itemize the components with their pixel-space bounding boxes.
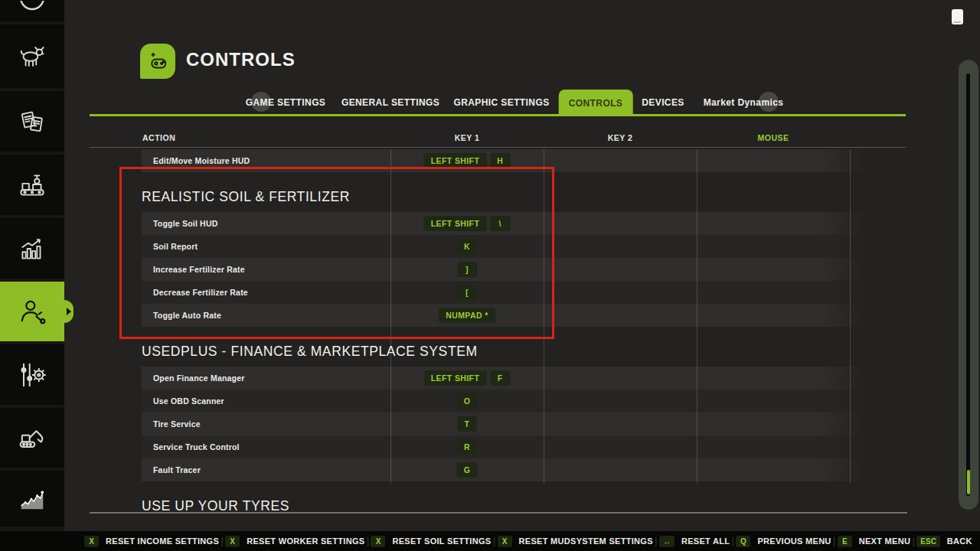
action-label: Fault Tracer — [153, 458, 201, 481]
section-underline — [90, 512, 907, 514]
key-badge[interactable]: LEFT SHIFT — [424, 216, 487, 231]
sidebar-item-player-settings[interactable] — [0, 282, 64, 341]
tab-general-settings[interactable]: GENERAL SETTINGS — [332, 90, 449, 116]
column-header-action: ACTION — [142, 133, 175, 142]
scrollbar-thumb[interactable] — [967, 470, 970, 494]
tab-graphic-settings[interactable]: GRAPHIC SETTINGS — [443, 90, 559, 116]
action-label: Soil Report — [153, 235, 198, 258]
key1-binding: T — [457, 416, 477, 432]
bottom-action-reset-soil-settings[interactable]: XRESET SOIL SETTINGS — [371, 536, 491, 547]
action-label: Use OBD Scanner — [153, 390, 224, 412]
keybind-row[interactable]: Edit/Move Moisture HUDLEFT SHIFTH — [142, 149, 869, 172]
bottom-action-next-menu[interactable]: ENEXT MENU — [838, 536, 910, 547]
sidebar-item-statistics[interactable] — [0, 218, 64, 279]
bottom-action-reset-mudsystem-settings[interactable]: XRESET MUDSYSTEM SETTINGS — [498, 536, 653, 547]
bottom-action-reset-all[interactable]: ↔RESET ALL — [659, 536, 730, 547]
key-badge[interactable]: R — [457, 439, 477, 455]
device-icon — [952, 9, 963, 24]
area-chart-icon — [14, 482, 51, 516]
key-hint-badge: ↔ — [659, 536, 675, 547]
key-badge[interactable]: T — [457, 416, 477, 432]
keybind-row[interactable]: Toggle Soil HUDLEFT SHIFT\ — [142, 212, 869, 235]
key-badge[interactable]: G — [457, 462, 478, 478]
sidebar-item-construction[interactable] — [0, 408, 64, 468]
keybind-row[interactable]: Soil ReportK — [142, 235, 869, 258]
keybind-row[interactable]: Fault TracerG — [142, 458, 869, 481]
action-label: Open Finance Manager — [153, 367, 245, 390]
separator: | — [833, 536, 835, 546]
bottom-action-label: RESET WORKER SETTINGS — [247, 536, 364, 546]
separator: | — [732, 536, 734, 546]
sidebar — [0, 0, 64, 551]
sidebar-item-clock[interactable] — [0, 0, 64, 21]
key1-binding: ] — [457, 262, 477, 277]
sidebar-item-animals[interactable] — [0, 24, 64, 88]
sidebar-item-contracts[interactable] — [0, 91, 64, 152]
header-divider — [90, 147, 906, 148]
key-badge[interactable]: K — [457, 239, 477, 254]
key-badge[interactable]: LEFT SHIFT — [424, 153, 487, 168]
action-label: Edit/Move Moisture HUD — [153, 149, 250, 172]
bar-chart-icon — [15, 233, 49, 265]
key-badge[interactable]: O — [457, 393, 478, 409]
bottom-action-back[interactable]: ESCBACK — [916, 536, 972, 547]
keybind-row[interactable]: Use OBD ScannerO — [142, 390, 869, 412]
bottom-action-bar: XRESET INCOME SETTINGS|XRESET WORKER SET… — [0, 531, 980, 551]
action-label: Increase Fertilizer Rate — [153, 258, 245, 281]
key-badge[interactable]: LEFT SHIFT — [424, 370, 487, 386]
keybind-row[interactable]: Tire ServiceT — [142, 412, 869, 435]
sidebar-item-finances[interactable] — [0, 471, 64, 527]
tab-controls[interactable]: CONTROLS — [559, 90, 633, 116]
bottom-action-label: PREVIOUS MENU — [757, 536, 831, 546]
scrollbar-track[interactable] — [966, 73, 970, 496]
key-hint-badge: X — [225, 536, 240, 547]
key1-binding: R — [457, 439, 477, 455]
column-header-key2: KEY 2 — [608, 133, 633, 142]
key-badge[interactable]: [ — [457, 285, 477, 300]
bottom-action-reset-income-settings[interactable]: XRESET INCOME SETTINGS — [84, 536, 219, 547]
tab-game-settings[interactable]: GAME SETTINGS — [236, 90, 336, 116]
tab-market-dynamics[interactable]: Market Dynamics — [694, 90, 794, 116]
sidebar-item-production[interactable] — [0, 155, 64, 215]
column-header-mouse: MOUSE — [757, 133, 789, 142]
key1-binding: LEFT SHIFTF — [424, 370, 511, 386]
keybind-row[interactable]: Toggle Auto RateNUMPAD * — [142, 304, 869, 327]
key1-binding: LEFT SHIFT\ — [424, 216, 511, 231]
separator: | — [493, 536, 495, 546]
keybind-row[interactable]: Increase Fertilizer Rate] — [142, 258, 869, 281]
key-hint-badge: X — [84, 536, 99, 547]
keybind-row[interactable]: Service Truck ControlR — [142, 435, 869, 458]
key-badge[interactable]: \ — [490, 216, 510, 231]
key-hint-badge: ESC — [916, 536, 940, 547]
controls-settings-screen: CONTROLS GAME SETTINGSGENERAL SETTINGSGR… — [0, 0, 980, 551]
key-hint-badge: Q — [736, 536, 750, 547]
bottom-action-previous-menu[interactable]: QPREVIOUS MENU — [736, 536, 831, 547]
bottom-action-reset-worker-settings[interactable]: XRESET WORKER SETTINGS — [225, 536, 364, 547]
key-badge[interactable]: ] — [457, 262, 477, 277]
separator: | — [655, 536, 657, 546]
action-label: Service Truck Control — [153, 435, 240, 458]
bottom-action-label: BACK — [947, 536, 972, 546]
key-hint-badge: X — [371, 536, 385, 547]
key1-binding: LEFT SHIFTH — [424, 153, 511, 168]
action-label: Toggle Auto Rate — [153, 304, 221, 327]
key-badge[interactable]: F — [490, 370, 510, 386]
key-badge[interactable]: H — [490, 153, 510, 168]
keybind-row[interactable]: Open Finance ManagerLEFT SHIFTF — [142, 367, 869, 390]
action-label: Decrease Fertilizer Rate — [153, 281, 248, 304]
section-heading-underlined: USE UP YOUR TYRES — [142, 491, 869, 521]
tuning-icon — [15, 358, 50, 392]
sidebar-item-tuning[interactable] — [0, 344, 64, 405]
tab-devices[interactable]: DEVICES — [632, 90, 694, 116]
key-hint-badge: E — [838, 536, 852, 547]
bottom-action-label: RESET INCOME SETTINGS — [106, 536, 219, 546]
key1-binding: G — [457, 462, 478, 478]
bottom-action-label: NEXT MENU — [859, 536, 910, 546]
production-icon — [15, 169, 49, 201]
bottom-action-label: RESET MUDSYSTEM SETTINGS — [519, 536, 653, 546]
key-badge[interactable]: NUMPAD * — [439, 308, 495, 323]
separator: | — [221, 536, 224, 546]
section-heading: USEDPLUS - FINANCE & MARKETPLACE SYSTEM — [142, 336, 869, 367]
keybind-row[interactable]: Decrease Fertilizer Rate[ — [142, 281, 869, 304]
action-label: Toggle Soil HUD — [153, 212, 217, 235]
